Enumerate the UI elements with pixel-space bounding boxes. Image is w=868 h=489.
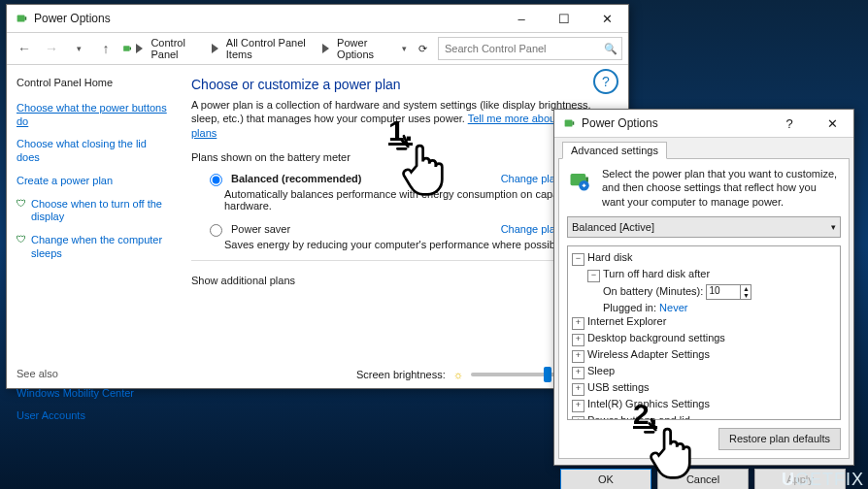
expand-icon[interactable]: +: [572, 383, 584, 396]
breadcrumb[interactable]: Control Panel All Control Panel Items Po…: [121, 38, 398, 59]
power-options-window: Power Options – ☐ ✕ ← → ▾ ↑ Control Pane…: [6, 4, 629, 389]
sidebar-link-power-buttons[interactable]: Choose what the power buttons do: [17, 102, 172, 129]
plan-balanced-radio[interactable]: [210, 174, 222, 186]
plan-combo[interactable]: Balanced [Active] ▾: [567, 216, 841, 238]
refresh-button[interactable]: ⟳: [411, 43, 434, 55]
settings-tree[interactable]: −Hard disk −Turn off hard disk after On …: [567, 245, 841, 420]
dialog-description: Select the power plan that you want to c…: [602, 167, 841, 209]
sidebar-link-closing-lid[interactable]: Choose what closing the lid does: [17, 138, 172, 165]
sidebar-link-mobility-center[interactable]: Windows Mobility Center: [17, 387, 172, 401]
plan-power-saver: Power saver Change plan settings Saves e…: [205, 221, 611, 250]
expand-icon[interactable]: +: [572, 350, 584, 363]
ok-button[interactable]: OK: [560, 469, 651, 489]
dialog-close-button[interactable]: ✕: [811, 110, 853, 137]
expand-icon[interactable]: +: [572, 367, 584, 379]
search-icon[interactable]: 🔍: [604, 43, 618, 55]
search-input[interactable]: [443, 42, 604, 55]
chevron-right-icon: [212, 44, 218, 53]
tree-usb[interactable]: +USB settings: [570, 380, 838, 397]
breadcrumb-dropdown[interactable]: ▾: [402, 44, 407, 53]
collapse-icon[interactable]: −: [587, 270, 600, 282]
tree-intel-graphics[interactable]: +Intel(R) Graphics Settings: [570, 397, 838, 413]
svg-rect-3: [130, 48, 131, 50]
svg-rect-1: [25, 16, 27, 20]
restore-defaults-button[interactable]: Restore plan defaults: [718, 428, 841, 450]
sidebar-link-create-plan[interactable]: Create a power plan: [17, 175, 172, 188]
plugged-in-value[interactable]: Never: [659, 302, 687, 313]
show-additional-plans[interactable]: Show additional plans: [191, 275, 295, 286]
cancel-button[interactable]: Cancel: [657, 469, 749, 489]
brightness-low-icon: ☼: [453, 369, 463, 380]
collapse-icon[interactable]: −: [572, 253, 584, 266]
power-icon: [15, 12, 28, 25]
dialog-title: Power Options: [582, 116, 658, 130]
tree-plugged-in[interactable]: Plugged in: Never: [570, 301, 838, 314]
power-icon: [121, 42, 132, 55]
see-also-label: See also: [17, 368, 172, 379]
tree-on-battery[interactable]: On battery (Minutes): 10▲▼: [570, 283, 838, 301]
plan-balanced-label: Balanced (recommended): [231, 173, 361, 184]
svg-rect-0: [17, 16, 25, 22]
brightness-label: Screen brightness:: [356, 369, 446, 380]
sidebar-link-user-accounts[interactable]: User Accounts: [17, 409, 172, 423]
breadcrumb-item[interactable]: Power Options: [333, 35, 398, 62]
tree-wireless-adapter[interactable]: +Wireless Adapter Settings: [570, 347, 838, 364]
battery-plug-icon: [567, 167, 594, 194]
up-button[interactable]: ↑: [94, 37, 117, 60]
plans-group-label: Plans shown on the battery meter: [191, 151, 611, 163]
sidebar-link-turn-off-display[interactable]: Choose when to turn off the display: [31, 198, 172, 225]
tree-desktop-background[interactable]: +Desktop background settings: [570, 331, 838, 347]
expand-icon[interactable]: +: [572, 317, 584, 330]
plan-combo-value: Balanced [Active]: [572, 221, 654, 233]
svg-rect-5: [573, 121, 575, 125]
spinner-icon[interactable]: ▲▼: [741, 284, 751, 300]
sidebar: Control Panel Home Choose what the power…: [7, 65, 182, 390]
minimize-button[interactable]: –: [500, 5, 543, 32]
tab-strip: Advanced settings: [558, 140, 850, 159]
tab-advanced-settings[interactable]: Advanced settings: [562, 142, 667, 159]
svg-rect-4: [565, 120, 573, 127]
tree-turn-off-hard-disk[interactable]: −Turn off hard disk after: [570, 267, 838, 283]
tree-hard-disk[interactable]: −Hard disk: [570, 250, 838, 267]
on-battery-minutes-input[interactable]: 10: [706, 284, 741, 300]
breadcrumb-item[interactable]: Control Panel: [147, 35, 207, 62]
shield-icon: 🛡: [17, 198, 26, 235]
sidebar-home-link[interactable]: Control Panel Home: [17, 77, 172, 90]
breadcrumb-item[interactable]: All Control Panel Items: [222, 35, 318, 62]
advanced-power-dialog: Power Options ? ✕ Advanced settings Sele…: [553, 109, 854, 466]
help-button[interactable]: ?: [593, 69, 618, 94]
expand-icon[interactable]: +: [572, 400, 584, 412]
page-heading: Choose or customize a power plan: [191, 77, 611, 92]
watermark: UGETFIX: [782, 470, 864, 489]
window-title: Power Options: [34, 12, 111, 25]
search-box[interactable]: 🔍: [438, 37, 622, 60]
expand-icon[interactable]: +: [572, 416, 584, 420]
back-button[interactable]: ←: [13, 37, 36, 60]
tree-internet-explorer[interactable]: +Internet Explorer: [570, 314, 838, 331]
dialog-titlebar: Power Options ? ✕: [554, 110, 853, 138]
titlebar: Power Options – ☐ ✕: [7, 5, 628, 33]
svg-rect-2: [123, 46, 129, 51]
navbar: ← → ▾ ↑ Control Panel All Control Panel …: [7, 33, 628, 65]
power-icon: [562, 116, 576, 130]
plan-power-saver-radio[interactable]: [210, 224, 222, 237]
maximize-button[interactable]: ☐: [543, 5, 585, 32]
forward-button[interactable]: →: [40, 37, 63, 60]
dialog-body: Select the power plan that you want to c…: [558, 159, 850, 459]
close-button[interactable]: ✕: [585, 5, 628, 32]
tree-power-buttons-lid[interactable]: +Power buttons and lid: [570, 413, 838, 420]
dialog-help-button[interactable]: ?: [768, 110, 811, 137]
chevron-right-icon: [136, 44, 143, 53]
sidebar-link-computer-sleeps[interactable]: Change when the computer sleeps: [31, 234, 172, 261]
plan-power-saver-label: Power saver: [231, 223, 290, 235]
page-description: A power plan is a collection of hardware…: [191, 98, 611, 140]
slider-thumb[interactable]: [544, 367, 551, 382]
shield-icon: 🛡: [17, 234, 26, 271]
tree-sleep[interactable]: +Sleep: [570, 364, 838, 380]
history-dropdown[interactable]: ▾: [67, 37, 90, 60]
expand-icon[interactable]: +: [572, 334, 584, 346]
plan-balanced: Balanced (recommended) Change plan setti…: [205, 171, 611, 212]
chevron-down-icon: ▾: [831, 222, 836, 232]
chevron-right-icon: [322, 44, 329, 53]
